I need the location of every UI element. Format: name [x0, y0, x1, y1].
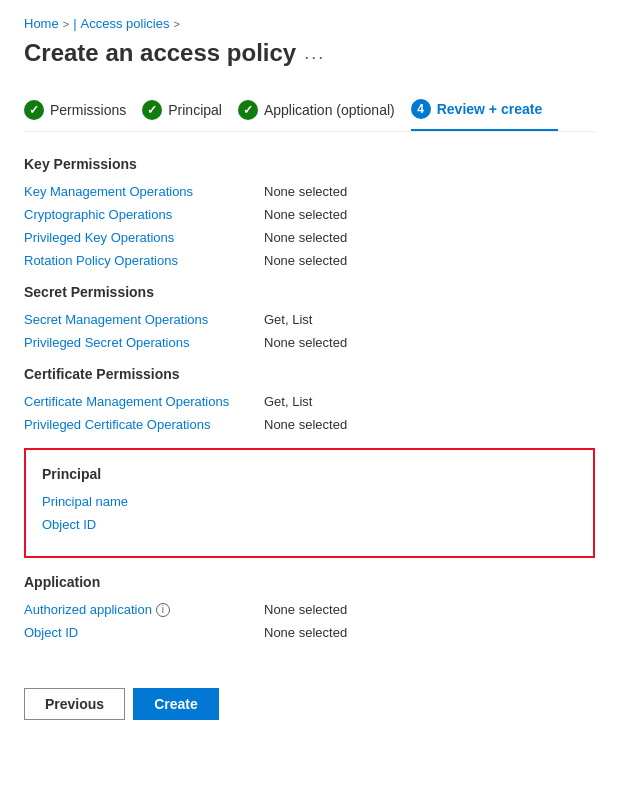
cert-mgmt-value: Get, List	[264, 394, 312, 409]
rotation-policy-row: Rotation Policy Operations None selected	[24, 253, 595, 268]
app-objectid-row: Object ID None selected	[24, 625, 595, 640]
breadcrumb: Home > | Access policies >	[24, 16, 595, 31]
privileged-secret-row: Privileged Secret Operations None select…	[24, 335, 595, 350]
key-permissions-section: Key Permissions Key Management Operation…	[24, 156, 595, 268]
step-permissions-label: Permissions	[50, 102, 126, 118]
secret-mgmt-row: Secret Management Operations Get, List	[24, 312, 595, 327]
authorized-app-info-icon[interactable]: i	[156, 603, 170, 617]
step-permissions-icon: ✓	[24, 100, 44, 120]
rotation-policy-value: None selected	[264, 253, 347, 268]
step-review-icon: 4	[411, 99, 431, 119]
principal-name-label[interactable]: Principal name	[42, 494, 577, 509]
step-permissions[interactable]: ✓ Permissions	[24, 92, 142, 130]
page-title: Create an access policy	[24, 39, 296, 67]
step-principal[interactable]: ✓ Principal	[142, 92, 238, 130]
breadcrumb-separator-2: >	[173, 18, 179, 30]
application-title: Application	[24, 574, 595, 590]
secret-permissions-title: Secret Permissions	[24, 284, 595, 300]
footer: Previous Create	[24, 672, 595, 720]
authorized-app-value: None selected	[264, 602, 347, 617]
key-mgmt-row: Key Management Operations None selected	[24, 184, 595, 199]
rotation-policy-label[interactable]: Rotation Policy Operations	[24, 253, 264, 268]
breadcrumb-separator-1: >	[63, 18, 69, 30]
crypto-ops-row: Cryptographic Operations None selected	[24, 207, 595, 222]
crypto-ops-label[interactable]: Cryptographic Operations	[24, 207, 264, 222]
privileged-cert-row: Privileged Certificate Operations None s…	[24, 417, 595, 432]
secret-mgmt-label[interactable]: Secret Management Operations	[24, 312, 264, 327]
privileged-cert-value: None selected	[264, 417, 347, 432]
principal-title: Principal	[42, 466, 577, 482]
step-application-label: Application (optional)	[264, 102, 395, 118]
authorized-app-text: Authorized application	[24, 602, 152, 617]
privileged-cert-label[interactable]: Privileged Certificate Operations	[24, 417, 264, 432]
app-objectid-label[interactable]: Object ID	[24, 625, 264, 640]
breadcrumb-access-policies[interactable]: Access policies	[81, 16, 170, 31]
authorized-app-row: Authorized application i None selected	[24, 602, 595, 617]
principal-section: Principal Principal name Object ID	[24, 448, 595, 558]
secret-permissions-section: Secret Permissions Secret Management Ope…	[24, 284, 595, 350]
secret-mgmt-value: Get, List	[264, 312, 312, 327]
step-application[interactable]: ✓ Application (optional)	[238, 92, 411, 130]
principal-objectid-label[interactable]: Object ID	[42, 517, 577, 532]
page-title-container: Create an access policy ...	[24, 39, 595, 67]
certificate-permissions-title: Certificate Permissions	[24, 366, 595, 382]
application-section: Application Authorized application i Non…	[24, 574, 595, 640]
step-application-icon: ✓	[238, 100, 258, 120]
crypto-ops-value: None selected	[264, 207, 347, 222]
authorized-app-label[interactable]: Authorized application i	[24, 602, 264, 617]
step-review-label: Review + create	[437, 101, 542, 117]
key-permissions-title: Key Permissions	[24, 156, 595, 172]
previous-button[interactable]: Previous	[24, 688, 125, 720]
cert-mgmt-row: Certificate Management Operations Get, L…	[24, 394, 595, 409]
privileged-key-value: None selected	[264, 230, 347, 245]
key-mgmt-label[interactable]: Key Management Operations	[24, 184, 264, 199]
step-principal-icon: ✓	[142, 100, 162, 120]
step-principal-label: Principal	[168, 102, 222, 118]
breadcrumb-middle: |	[73, 16, 76, 31]
certificate-permissions-section: Certificate Permissions Certificate Mana…	[24, 366, 595, 432]
app-objectid-text: Object ID	[24, 625, 78, 640]
privileged-secret-label[interactable]: Privileged Secret Operations	[24, 335, 264, 350]
more-options-icon[interactable]: ...	[304, 43, 325, 64]
key-mgmt-value: None selected	[264, 184, 347, 199]
privileged-key-label[interactable]: Privileged Key Operations	[24, 230, 264, 245]
create-button[interactable]: Create	[133, 688, 219, 720]
breadcrumb-home[interactable]: Home	[24, 16, 59, 31]
privileged-key-row: Privileged Key Operations None selected	[24, 230, 595, 245]
wizard-steps: ✓ Permissions ✓ Principal ✓ Application …	[24, 91, 595, 132]
step-review[interactable]: 4 Review + create	[411, 91, 558, 131]
privileged-secret-value: None selected	[264, 335, 347, 350]
app-objectid-value: None selected	[264, 625, 347, 640]
cert-mgmt-label[interactable]: Certificate Management Operations	[24, 394, 264, 409]
